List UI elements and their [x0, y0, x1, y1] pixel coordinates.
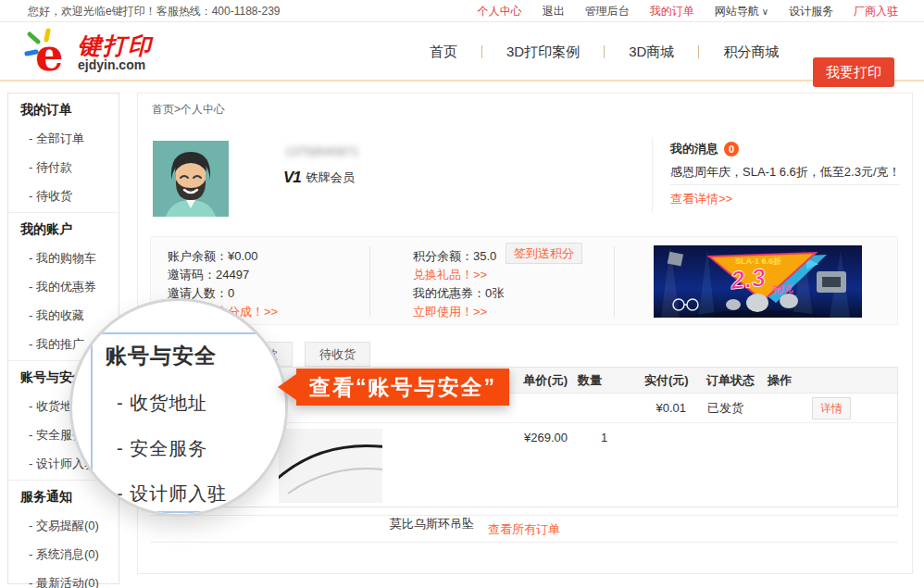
toplink-vendor-join[interactable]: 厂商入驻 [854, 4, 898, 19]
level-name: 铁牌会员 [306, 169, 355, 186]
view-all-orders-row: 查看所有订单 [150, 515, 898, 543]
callout-text: 查看“账号与安全” [296, 369, 509, 406]
logo-e-icon: e [24, 28, 74, 78]
toplink-design-service[interactable]: 设计服务 [789, 4, 833, 19]
nav-home[interactable]: 首页 [406, 44, 481, 61]
sidebar-item-pending-receipt[interactable]: - 待收货 [8, 181, 119, 210]
toplink-admin[interactable]: 管理后台 [585, 4, 630, 19]
nav-3d-mall[interactable]: 3D商城 [605, 44, 698, 61]
messages-divider [652, 139, 653, 213]
sidebar-title-my-account: 我的账户 [8, 215, 119, 244]
signin-points-button[interactable]: 签到送积分 [506, 243, 582, 264]
main-nav: 首页 3D打印案例 3D商城 积分商城 [406, 22, 803, 81]
toplink-logout[interactable]: 退出 [543, 4, 565, 19]
svg-text:e: e [35, 29, 64, 78]
column-divider [369, 246, 370, 317]
coupon-count: 我的优惠券：0张 [413, 284, 504, 303]
toplink-user-center[interactable]: 个人中心 [478, 4, 522, 19]
nav-points-mall[interactable]: 积分商城 [699, 44, 803, 61]
view-details-link[interactable]: 查看详情>> [670, 191, 732, 207]
product-qty: 1 [601, 431, 607, 444]
message-count-badge: 0 [724, 142, 739, 156]
magnified-item-address[interactable]: - 收货地址 [117, 391, 287, 416]
sidebar-item-coupons[interactable]: - 我的优惠券 [8, 272, 119, 301]
top-links: 个人中心 退出 管理后台 我的订单 网站导航∨ 设计服务 厂商入驻 [478, 0, 898, 22]
sidebar-item-system-messages[interactable]: - 系统消息(0) [8, 540, 119, 569]
user-center-page: 您好，欢迎光临e键打印！客服热线：400-1188-239 个人中心 退出 管理… [0, 0, 924, 588]
sidebar-title-my-orders: 我的订单 [8, 95, 119, 124]
breadcrumb: 首页>个人中心 [152, 102, 225, 118]
site-logo[interactable]: e 键打印 ejdyin.com [24, 28, 153, 78]
avatar-illustration [153, 141, 229, 217]
level-v1-icon: V1 [283, 169, 301, 187]
promo-banner-art: SLA-1 6.6折 2.3 元/克 [654, 245, 862, 318]
order-paid-amount: ¥0.01 [623, 394, 686, 423]
sidebar-item-trade-alerts[interactable]: - 交易提醒(0) [8, 511, 119, 540]
print-now-button[interactable]: 我要打印 [813, 57, 894, 87]
account-balance: 账户余额：¥0.00 [168, 247, 278, 266]
product-photo [279, 429, 382, 503]
magnified-item-security-service[interactable]: - 安全服务 [117, 436, 287, 461]
chevron-down-icon: ∨ [762, 6, 768, 17]
magnifier-circle: 账号与安全 - 收货地址 - 安全服务 - 设计师入驻 [69, 298, 288, 517]
logo-text: 键打印 ejdyin.com [78, 33, 153, 72]
sidebar-item-cart[interactable]: - 我的购物车 [8, 244, 119, 272]
avatar[interactable] [153, 141, 229, 217]
promo-banner[interactable]: SLA-1 6.6折 2.3 元/克 [654, 245, 862, 318]
col-qty: 数量 [578, 368, 602, 394]
sidebar-item-latest-activity[interactable]: - 最新活动(0) [8, 569, 119, 588]
toplink-site-nav[interactable]: 网站导航∨ [715, 4, 768, 19]
col-unit-price: 单价(元) [519, 368, 568, 394]
view-all-orders-link[interactable]: 查看所有订单 [488, 522, 560, 536]
sidebar-title-service-notice: 服务通知 [8, 482, 119, 511]
brand-domain: ejdyin.com [78, 57, 153, 72]
sidebar-item-all-orders[interactable]: - 全部订单 [8, 124, 119, 153]
product-price: ¥269.00 [503, 431, 568, 444]
col-status: 订单状态 [706, 368, 755, 394]
points-column: 积分余额：35.0 兑换礼品！>> 我的优惠券：0张 立即使用！>> [413, 247, 504, 321]
user-name: 13758540871 [285, 144, 359, 158]
top-utility-bar: 您好，欢迎光临e键打印！客服热线：400-1188-239 个人中心 退出 管理… [0, 0, 924, 22]
welcome-text: 您好，欢迎光临e键打印！客服热线：400-1188-239 [28, 0, 281, 22]
callout: 查看“账号与安全” [278, 369, 509, 406]
account-summary: 账户余额：¥0.00 邀请码：24497 邀请人数：0 邀请好友拿分成！>> 积… [150, 236, 898, 325]
col-action: 操作 [768, 368, 792, 394]
order-status: 已发货 [707, 394, 743, 423]
tab-pending-receipt[interactable]: 待收货 [305, 342, 370, 367]
site-header: e 键打印 ejdyin.com 首页 3D打印案例 3D商城 积分商城 我要打… [0, 22, 924, 81]
callout-arrow-left-icon [278, 374, 296, 400]
use-now-link[interactable]: 立即使用！>> [413, 303, 504, 321]
member-level: V1 铁牌会员 [283, 169, 355, 187]
sidebar-item-favorites[interactable]: - 我的收藏 [8, 301, 119, 330]
svg-text:2.3: 2.3 [729, 263, 767, 294]
nav-3d-cases[interactable]: 3D打印案例 [482, 44, 604, 61]
messages-underline [670, 184, 900, 185]
points-balance: 积分余额：35.0 [413, 247, 504, 266]
message-text: 感恩周年庆，SLA-1 6.6折，低至2.3元/克！ [670, 164, 901, 181]
column-divider [614, 246, 615, 317]
brand-name: 键打印 [78, 33, 153, 57]
sidebar-section-orders: 我的订单 - 全部订单 - 待付款 - 待收货 [8, 94, 119, 212]
sidebar-item-pending-payment[interactable]: - 待付款 [8, 153, 119, 181]
redeem-gifts-link[interactable]: 兑换礼品！>> [413, 266, 504, 284]
col-paid: 实付(元) [644, 368, 689, 394]
messages-title: 我的消息 0 [670, 141, 739, 157]
sidebar-section-notices: 服务通知 - 交易提醒(0) - 系统消息(0) - 最新活动(0) [8, 480, 119, 588]
product-image[interactable] [279, 429, 382, 503]
magnified-title: 账号与安全 [106, 342, 287, 370]
order-detail-button[interactable]: 详情 [812, 397, 851, 419]
toplink-my-orders[interactable]: 我的订单 [650, 4, 694, 19]
invite-code: 邀请码：24497 [168, 266, 278, 284]
